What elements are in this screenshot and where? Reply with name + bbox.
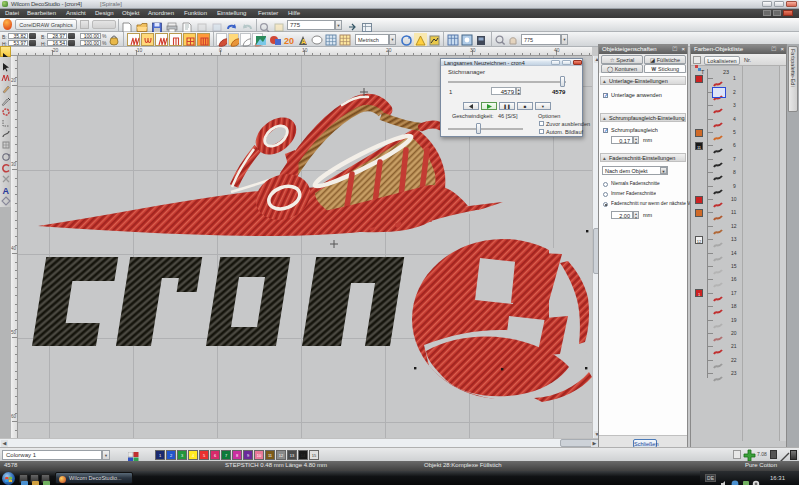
svg-text:A: A [301,38,306,45]
svg-text:20: 20 [284,36,294,46]
